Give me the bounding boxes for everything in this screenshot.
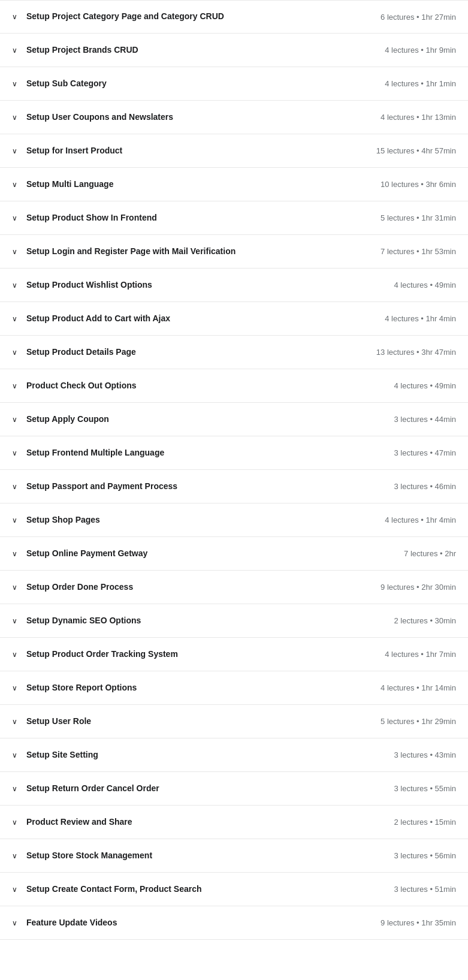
course-title: Setup Product Details Page — [26, 346, 136, 358]
course-row: ∨Product Review and Share2 lectures • 15… — [0, 806, 468, 839]
chevron-down-icon[interactable]: ∨ — [10, 583, 19, 592]
course-left: ∨Setup Project Brands CRUD — [10, 44, 360, 56]
course-row: ∨Setup User Coupons and Newslaters4 lect… — [0, 101, 468, 134]
chevron-down-icon[interactable]: ∨ — [10, 717, 19, 726]
chevron-down-icon[interactable]: ∨ — [10, 785, 19, 793]
course-row: ∨Product Check Out Options4 lectures • 4… — [0, 369, 468, 403]
course-row: ∨Setup Project Brands CRUD4 lectures • 1… — [0, 34, 468, 67]
chevron-down-icon[interactable]: ∨ — [10, 80, 19, 88]
chevron-down-icon[interactable]: ∨ — [10, 650, 19, 659]
course-row: ∨Setup Shop Pages4 lectures • 1hr 4min — [0, 503, 468, 537]
chevron-down-icon[interactable]: ∨ — [10, 180, 19, 189]
course-row: ∨Setup Login and Register Page with Mail… — [0, 235, 468, 269]
course-meta: 10 lectures • 3hr 6min — [360, 180, 456, 189]
course-left: ∨Setup Order Done Process — [10, 581, 360, 593]
chevron-down-icon[interactable]: ∨ — [10, 550, 19, 558]
course-title: Setup Multi Language — [26, 179, 113, 191]
chevron-down-icon[interactable]: ∨ — [10, 46, 19, 55]
chevron-down-icon[interactable]: ∨ — [10, 516, 19, 524]
course-meta: 3 lectures • 43min — [360, 750, 456, 759]
course-meta: 3 lectures • 44min — [360, 415, 456, 424]
course-meta: 4 lectures • 49min — [360, 281, 456, 290]
course-title: Setup Project Category Page and Category… — [26, 11, 224, 23]
course-row: ∨Setup User Role5 lectures • 1hr 29min — [0, 705, 468, 738]
course-left: ∨Setup Product Details Page — [10, 346, 360, 358]
course-title: Setup Product Order Tracking System — [26, 649, 178, 661]
chevron-down-icon[interactable]: ∨ — [10, 348, 19, 357]
course-title: Setup Product Show In Frontend — [26, 212, 157, 224]
course-left: ∨Feature Update Videos — [10, 917, 360, 929]
chevron-down-icon[interactable]: ∨ — [10, 415, 19, 424]
course-row: ∨Setup Site Setting3 lectures • 43min — [0, 738, 468, 772]
chevron-down-icon[interactable]: ∨ — [10, 382, 19, 390]
chevron-down-icon[interactable]: ∨ — [10, 818, 19, 827]
chevron-down-icon[interactable]: ∨ — [10, 919, 19, 927]
course-meta: 5 lectures • 1hr 31min — [360, 213, 456, 222]
course-meta: 3 lectures • 47min — [360, 448, 456, 457]
course-title: Setup Online Payment Getway — [26, 548, 147, 560]
course-row: ∨Setup Apply Coupon3 lectures • 44min — [0, 403, 468, 436]
course-title: Setup User Coupons and Newslaters — [26, 111, 173, 123]
chevron-down-icon[interactable]: ∨ — [10, 113, 19, 122]
course-meta: 3 lectures • 51min — [360, 885, 456, 894]
course-left: ∨Setup User Coupons and Newslaters — [10, 111, 360, 123]
course-title: Setup for Insert Product — [26, 145, 122, 157]
course-meta: 2 lectures • 15min — [360, 818, 456, 827]
course-meta: 7 lectures • 1hr 53min — [360, 247, 456, 256]
course-title: Feature Update Videos — [26, 917, 117, 929]
course-meta: 13 lectures • 3hr 47min — [360, 348, 456, 357]
chevron-down-icon[interactable]: ∨ — [10, 13, 19, 21]
course-row: ∨Setup Dynamic SEO Options2 lectures • 3… — [0, 604, 468, 638]
course-left: ∨Setup User Role — [10, 716, 360, 728]
course-left: ∨Setup Create Contact Form, Product Sear… — [10, 883, 360, 895]
chevron-down-icon[interactable]: ∨ — [10, 449, 19, 457]
course-title: Setup Frontend Multiple Language — [26, 447, 164, 459]
course-title: Setup Site Setting — [26, 749, 98, 761]
course-title: Setup Passport and Payment Process — [26, 481, 177, 493]
course-row: ∨Setup Product Wishlist Options4 lecture… — [0, 269, 468, 302]
course-row: ∨Setup Product Show In Frontend5 lecture… — [0, 201, 468, 235]
chevron-down-icon[interactable]: ∨ — [10, 617, 19, 625]
course-left: ∨Setup Dynamic SEO Options — [10, 615, 360, 627]
course-list: ∨Setup Project Category Page and Categor… — [0, 0, 468, 940]
chevron-down-icon[interactable]: ∨ — [10, 315, 19, 323]
chevron-down-icon[interactable]: ∨ — [10, 684, 19, 692]
course-row: ∨Setup for Insert Product15 lectures • 4… — [0, 134, 468, 168]
course-row: ∨Setup Sub Category4 lectures • 1hr 1min — [0, 67, 468, 101]
course-meta: 4 lectures • 1hr 14min — [360, 683, 456, 692]
course-title: Setup Store Stock Management — [26, 850, 152, 862]
course-meta: 3 lectures • 56min — [360, 851, 456, 860]
chevron-down-icon[interactable]: ∨ — [10, 248, 19, 256]
course-row: ∨Setup Create Contact Form, Product Sear… — [0, 873, 468, 906]
course-meta: 9 lectures • 1hr 35min — [360, 918, 456, 927]
course-meta: 15 lectures • 4hr 57min — [360, 146, 456, 155]
course-title: Setup Shop Pages — [26, 514, 100, 526]
chevron-down-icon[interactable]: ∨ — [10, 483, 19, 491]
course-meta: 4 lectures • 1hr 7min — [360, 650, 456, 659]
course-meta: 5 lectures • 1hr 29min — [360, 717, 456, 726]
course-meta: 7 lectures • 2hr — [360, 549, 456, 558]
chevron-down-icon[interactable]: ∨ — [10, 147, 19, 155]
chevron-down-icon[interactable]: ∨ — [10, 281, 19, 290]
course-meta: 4 lectures • 1hr 1min — [360, 79, 456, 88]
course-left: ∨Setup Return Order Cancel Order — [10, 783, 360, 795]
chevron-down-icon[interactable]: ∨ — [10, 885, 19, 894]
course-meta: 4 lectures • 1hr 13min — [360, 113, 456, 122]
course-left: ∨Setup Project Category Page and Categor… — [10, 11, 360, 23]
course-row: ∨Setup Store Report Options4 lectures • … — [0, 671, 468, 705]
course-meta: 4 lectures • 49min — [360, 381, 456, 390]
course-row: ∨Setup Project Category Page and Categor… — [0, 0, 468, 34]
chevron-down-icon[interactable]: ∨ — [10, 214, 19, 222]
course-row: ∨Setup Return Order Cancel Order3 lectur… — [0, 772, 468, 806]
chevron-down-icon[interactable]: ∨ — [10, 751, 19, 759]
course-title: Setup Return Order Cancel Order — [26, 783, 159, 795]
chevron-down-icon[interactable]: ∨ — [10, 852, 19, 860]
course-meta: 6 lectures • 1hr 27min — [360, 13, 456, 22]
course-row: ∨Setup Product Add to Cart with Ajax4 le… — [0, 302, 468, 336]
course-left: ∨Setup Frontend Multiple Language — [10, 447, 360, 459]
course-title: Setup Dynamic SEO Options — [26, 615, 141, 627]
course-meta: 3 lectures • 46min — [360, 482, 456, 491]
course-left: ∨Setup Store Report Options — [10, 682, 360, 694]
course-title: Setup Login and Register Page with Mail … — [26, 246, 235, 258]
course-left: ∨Setup Product Add to Cart with Ajax — [10, 313, 360, 325]
